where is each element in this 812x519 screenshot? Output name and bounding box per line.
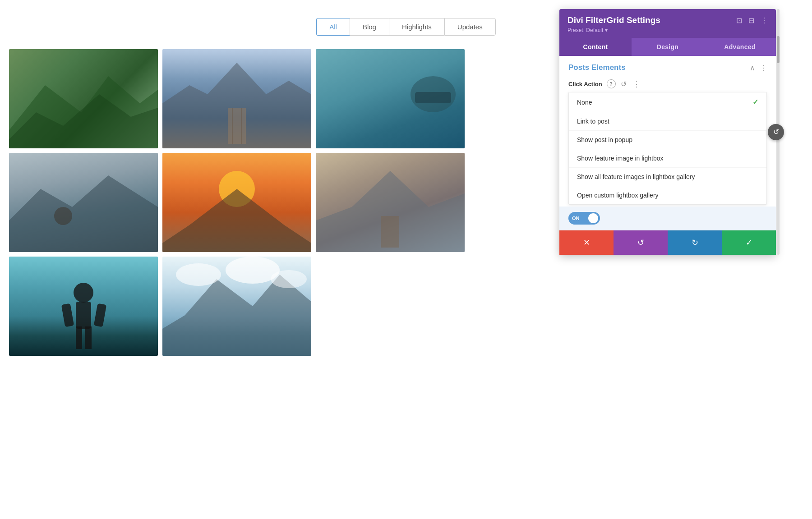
save-button[interactable]: ✓ xyxy=(722,230,776,255)
collapse-icon[interactable]: ∧ xyxy=(750,64,755,72)
panel-header: Divi FilterGrid Settings ⊡ ⊟ ⋮ Preset: D… xyxy=(559,9,776,38)
option-open-custom-lightbox[interactable]: Open custom lightbox gallery xyxy=(569,186,766,204)
reset-icon[interactable]: ↺ xyxy=(619,79,628,88)
panel-preset[interactable]: Preset: Default ▾ xyxy=(567,27,768,33)
undo-button[interactable]: ↺ xyxy=(614,230,668,255)
option-none[interactable]: None ✓ xyxy=(569,92,766,112)
grid-image-5 xyxy=(162,153,311,252)
grid-image-8 xyxy=(162,257,311,356)
panel-body: Posts Elements ∧ ⋮ Click Action ? ↺ ⋮ No… xyxy=(559,56,776,255)
svg-marker-8 xyxy=(9,175,158,252)
grid-icon[interactable]: ⊟ xyxy=(748,16,754,25)
main-content: All Blog Highlights Updates xyxy=(0,0,812,519)
svg-point-9 xyxy=(54,207,72,225)
more-icon[interactable]: ⋮ xyxy=(761,16,768,25)
click-action-icons: ? ↺ ⋮ xyxy=(607,79,641,88)
toggle-switch[interactable]: ON xyxy=(568,212,600,225)
scroll-handle[interactable]: ↺ xyxy=(768,124,784,140)
dropdown-options: None ✓ Link to post Show post in popup S… xyxy=(568,92,767,205)
option-show-feature-image-lightbox[interactable]: Show feature image in lightbox xyxy=(569,149,766,168)
svg-rect-16 xyxy=(76,326,82,349)
section-title: Posts Elements xyxy=(568,63,626,72)
tab-all[interactable]: All xyxy=(316,18,350,36)
section-more-icon[interactable]: ⋮ xyxy=(760,64,767,72)
grid-image-3 xyxy=(316,49,465,148)
image-grid xyxy=(0,49,469,356)
section-header-icons: ∧ ⋮ xyxy=(750,64,767,72)
cancel-button[interactable]: ✕ xyxy=(559,230,614,255)
redo-button[interactable]: ↻ xyxy=(668,230,722,255)
tab-advanced[interactable]: Advanced xyxy=(704,38,776,56)
tab-updates[interactable]: Updates xyxy=(444,18,496,36)
tab-content[interactable]: Content xyxy=(559,38,632,56)
svg-rect-15 xyxy=(76,302,91,329)
options-icon[interactable]: ⋮ xyxy=(632,79,641,88)
svg-point-14 xyxy=(74,283,93,303)
toggle-label: ON xyxy=(569,216,582,221)
selected-checkmark: ✓ xyxy=(752,98,758,106)
panel-tabs: Content Design Advanced xyxy=(559,38,776,56)
grid-image-7 xyxy=(9,257,158,356)
toggle-row: ON xyxy=(559,207,776,230)
option-show-post-in-popup[interactable]: Show post in popup xyxy=(569,131,766,149)
svg-marker-11 xyxy=(162,189,311,252)
svg-rect-3 xyxy=(228,108,246,144)
expand-icon[interactable]: ⊡ xyxy=(736,16,742,25)
grid-image-2 xyxy=(162,49,311,148)
settings-panel: Divi FilterGrid Settings ⊡ ⊟ ⋮ Preset: D… xyxy=(559,9,776,255)
tab-design[interactable]: Design xyxy=(632,38,704,56)
tab-blog[interactable]: Blog xyxy=(350,18,389,36)
svg-rect-19 xyxy=(94,303,106,327)
toggle-thumb xyxy=(588,213,598,223)
grid-image-4 xyxy=(9,153,158,252)
help-icon[interactable]: ? xyxy=(607,79,616,88)
panel-title: Divi FilterGrid Settings xyxy=(567,15,660,25)
section-header: Posts Elements ∧ ⋮ xyxy=(559,56,776,76)
svg-point-21 xyxy=(176,263,221,286)
panel-header-icons: ⊡ ⊟ ⋮ xyxy=(736,16,768,25)
svg-rect-17 xyxy=(85,326,92,349)
click-action-row: Click Action ? ↺ ⋮ xyxy=(559,76,776,90)
grid-image-6 xyxy=(316,153,465,252)
svg-rect-13 xyxy=(381,216,399,248)
option-show-all-feature-images[interactable]: Show all feature images in lightbox gall… xyxy=(569,168,766,186)
tab-highlights[interactable]: Highlights xyxy=(389,18,444,36)
option-link-to-post[interactable]: Link to post xyxy=(569,112,766,131)
svg-rect-7 xyxy=(415,92,451,103)
panel-scrollbar-thumb xyxy=(777,36,780,63)
grid-image-1 xyxy=(9,49,158,148)
action-bar: ✕ ↺ ↻ ✓ xyxy=(559,230,776,255)
svg-rect-18 xyxy=(61,303,74,327)
click-action-label: Click Action xyxy=(568,81,602,87)
svg-point-23 xyxy=(271,270,307,288)
